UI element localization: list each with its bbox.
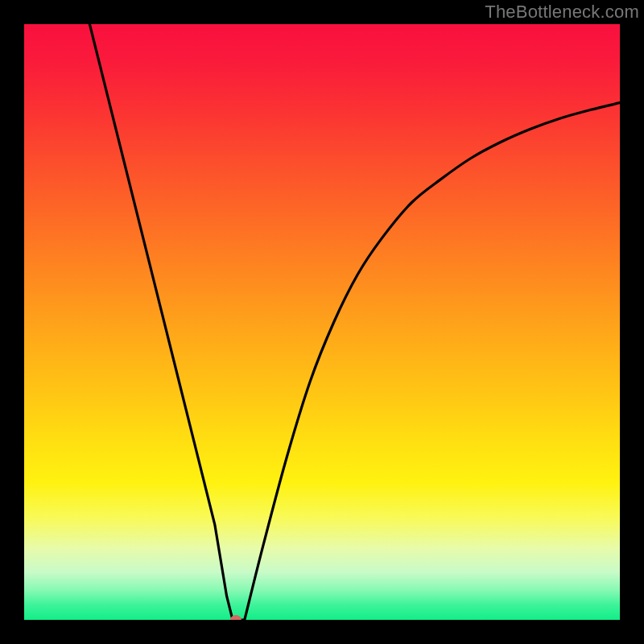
chart-frame: TheBottleneck.com bbox=[0, 0, 644, 644]
plot-area bbox=[24, 24, 620, 620]
trough-marker bbox=[230, 615, 242, 620]
background-gradient bbox=[24, 24, 620, 620]
watermark-text: TheBottleneck.com bbox=[485, 2, 639, 23]
